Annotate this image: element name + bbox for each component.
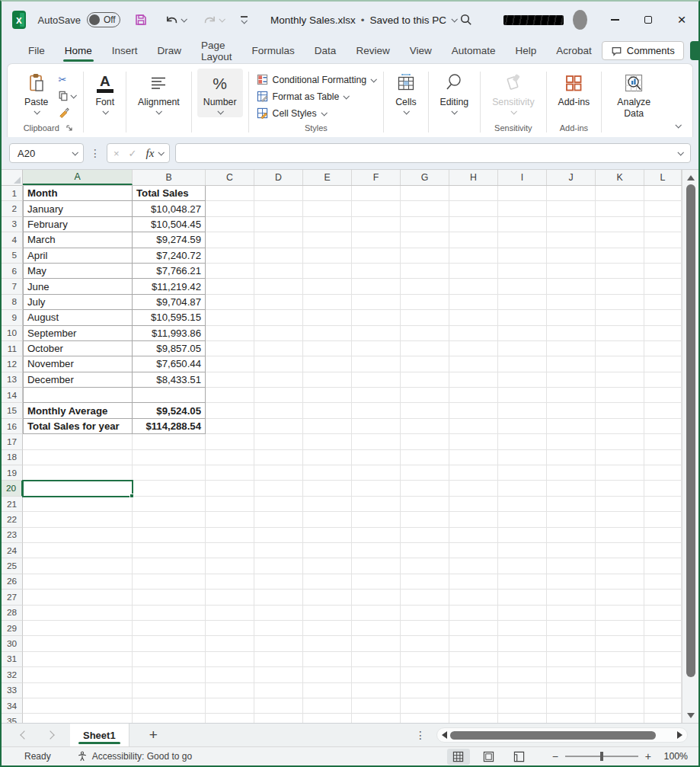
cell-C13[interactable] xyxy=(206,372,254,388)
cell-B14[interactable] xyxy=(133,388,206,403)
cell-J28[interactable] xyxy=(547,606,596,621)
cell-H14[interactable] xyxy=(449,388,498,403)
cell-B29[interactable] xyxy=(133,621,206,636)
cell-L13[interactable] xyxy=(644,372,682,388)
cell-K19[interactable] xyxy=(596,465,644,481)
cell-D7[interactable] xyxy=(254,279,303,294)
cell-A8[interactable]: July xyxy=(23,295,133,310)
cell-I15[interactable] xyxy=(498,403,547,418)
cell-J26[interactable] xyxy=(547,574,596,590)
cell-L19[interactable] xyxy=(644,465,682,481)
cell-B23[interactable] xyxy=(133,528,206,543)
cell-K31[interactable] xyxy=(596,652,644,667)
cell-L35[interactable] xyxy=(644,714,682,723)
cell-I22[interactable] xyxy=(498,512,547,527)
cell-F33[interactable] xyxy=(352,683,401,698)
cell-E2[interactable] xyxy=(303,201,352,216)
cell-C8[interactable] xyxy=(206,295,254,310)
cell-D26[interactable] xyxy=(254,574,303,590)
row-header-32[interactable]: 32 xyxy=(2,667,23,682)
cell-G9[interactable] xyxy=(401,310,449,325)
cell-J18[interactable] xyxy=(547,450,596,465)
cell-E32[interactable] xyxy=(303,667,352,682)
cell-H30[interactable] xyxy=(449,636,498,651)
cell-G31[interactable] xyxy=(401,652,449,667)
cell-I8[interactable] xyxy=(498,295,547,310)
row-header-7[interactable]: 7 xyxy=(2,279,23,294)
cell-H31[interactable] xyxy=(449,652,498,667)
cell-A15[interactable]: Monthly Average xyxy=(23,403,133,418)
cell-A11[interactable]: October xyxy=(23,341,133,356)
cell-L9[interactable] xyxy=(644,310,682,325)
normal-view-button[interactable] xyxy=(447,749,470,765)
addins-button[interactable]: Add-ins xyxy=(552,69,596,110)
cell-I20[interactable] xyxy=(498,481,547,496)
cell-K32[interactable] xyxy=(596,667,644,682)
cell-A14[interactable] xyxy=(23,388,133,403)
cell-L8[interactable] xyxy=(644,295,682,310)
cell-F10[interactable] xyxy=(352,326,401,341)
tab-formulas[interactable]: Formulas xyxy=(242,38,305,63)
cell-B32[interactable] xyxy=(133,667,206,682)
cell-F32[interactable] xyxy=(352,667,401,682)
cell-E18[interactable] xyxy=(303,450,352,465)
row-header-8[interactable]: 8 xyxy=(2,295,23,310)
clipboard-dialog-launcher-icon[interactable] xyxy=(66,124,73,132)
zoom-level[interactable]: 100% xyxy=(659,751,688,762)
row-header-16[interactable]: 16 xyxy=(2,419,23,434)
cell-F34[interactable] xyxy=(352,698,401,714)
cell-F30[interactable] xyxy=(352,636,401,651)
cell-J21[interactable] xyxy=(547,497,596,512)
cell-J7[interactable] xyxy=(547,279,596,294)
cell-G22[interactable] xyxy=(401,512,449,527)
cell-J35[interactable] xyxy=(547,714,596,723)
cell-K14[interactable] xyxy=(596,388,644,403)
cell-E14[interactable] xyxy=(303,388,352,403)
zoom-slider[interactable] xyxy=(565,756,638,757)
cell-F19[interactable] xyxy=(352,465,401,481)
cell-L30[interactable] xyxy=(644,636,682,651)
cell-F29[interactable] xyxy=(352,621,401,636)
row-header-30[interactable]: 30 xyxy=(2,636,23,651)
cell-L5[interactable] xyxy=(644,248,682,264)
cell-L7[interactable] xyxy=(644,279,682,294)
close-button[interactable]: × xyxy=(665,2,698,38)
cell-B16[interactable]: $114,288.54 xyxy=(133,419,206,434)
cell-D20[interactable] xyxy=(254,481,303,496)
accessibility-status[interactable]: Accessibility: Good to go xyxy=(77,751,192,762)
cell-A2[interactable]: January xyxy=(23,201,133,216)
cell-E22[interactable] xyxy=(303,512,352,527)
cell-H21[interactable] xyxy=(449,497,498,512)
zoom-out-button[interactable]: − xyxy=(552,750,558,762)
cell-K29[interactable] xyxy=(596,621,644,636)
cell-K24[interactable] xyxy=(596,543,644,558)
cell-I28[interactable] xyxy=(498,606,547,621)
cell-C24[interactable] xyxy=(206,543,254,558)
cells-menu-button[interactable]: Cells xyxy=(389,69,422,117)
cell-F6[interactable] xyxy=(352,264,401,279)
cell-B15[interactable]: $9,524.05 xyxy=(133,403,206,418)
cell-I13[interactable] xyxy=(498,372,547,388)
cell-A28[interactable] xyxy=(23,606,133,621)
cell-C6[interactable] xyxy=(206,264,254,279)
scroll-down-arrow[interactable] xyxy=(687,710,695,721)
row-header-26[interactable]: 26 xyxy=(2,574,23,590)
cell-J5[interactable] xyxy=(547,248,596,264)
cell-C33[interactable] xyxy=(206,683,254,698)
cell-D19[interactable] xyxy=(254,465,303,481)
scroll-right-arrow[interactable] xyxy=(677,731,682,739)
next-sheet-button[interactable] xyxy=(46,730,54,739)
cell-J23[interactable] xyxy=(547,528,596,543)
cell-F25[interactable] xyxy=(352,558,401,574)
cell-B33[interactable] xyxy=(133,683,206,698)
cell-G1[interactable] xyxy=(401,186,449,201)
column-header-H[interactable]: H xyxy=(449,170,498,185)
format-as-table-button[interactable]: Format as Table xyxy=(254,90,351,103)
cell-D34[interactable] xyxy=(254,698,303,714)
cell-K5[interactable] xyxy=(596,248,644,264)
cell-K13[interactable] xyxy=(596,372,644,388)
cell-D12[interactable] xyxy=(254,356,303,372)
horizontal-scroll-track[interactable] xyxy=(450,731,674,740)
cell-C26[interactable] xyxy=(206,574,254,590)
column-header-C[interactable]: C xyxy=(206,170,254,185)
